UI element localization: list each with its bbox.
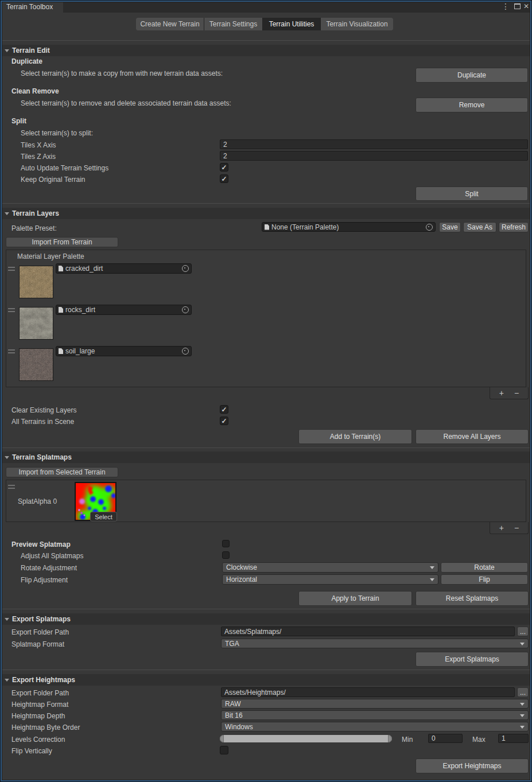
flip-dropdown[interactable]: Horizontal	[222, 574, 438, 585]
refresh-button[interactable]: Refresh	[499, 222, 529, 232]
drag-handle-icon[interactable]	[8, 267, 15, 271]
asset-icon	[59, 307, 63, 313]
tab-create-new-terrain[interactable]: Create New Terrain	[136, 18, 204, 30]
flip-vertically-checkbox[interactable]	[220, 746, 228, 754]
rotate-value: Clockwise	[226, 563, 257, 571]
add-layer-button[interactable]: +	[499, 388, 504, 398]
object-picker-icon[interactable]	[182, 348, 189, 355]
heightmap-format-label: Heightmap Format	[11, 701, 68, 709]
rotate-dropdown[interactable]: Clockwise	[222, 562, 438, 573]
object-picker-icon[interactable]	[182, 265, 189, 272]
object-picker-icon[interactable]	[426, 224, 433, 231]
levels-correction-slider[interactable]	[220, 735, 392, 742]
duplicate-button[interactable]: Duplicate	[415, 68, 528, 83]
max-field[interactable]: 1	[498, 734, 529, 743]
preview-splatmap-checkbox[interactable]	[222, 540, 230, 547]
drag-handle-icon[interactable]	[8, 308, 15, 312]
asset-icon	[59, 348, 63, 354]
export-folder-path-label: Export Folder Path	[11, 628, 69, 636]
maximize-icon[interactable]	[514, 3, 521, 9]
section-terrain-splatmaps-header[interactable]: Terrain Splatmaps	[1, 452, 531, 463]
layer-object-field[interactable]: soil_large	[56, 346, 192, 356]
foldout-icon[interactable]	[5, 456, 9, 459]
clear-existing-checkbox[interactable]: ✓	[220, 405, 228, 414]
keep-original-checkbox[interactable]: ✓	[220, 174, 228, 183]
auto-update-checkbox[interactable]: ✓	[220, 163, 228, 172]
menu-kebab-icon[interactable]: ⋮	[502, 2, 510, 10]
adjust-all-checkbox[interactable]	[222, 551, 230, 559]
flip-adjustment-label: Flip Adjustment	[21, 576, 68, 584]
select-splatmap-button[interactable]: Select	[90, 512, 117, 522]
duplicate-desc: Select terrain(s) to make a copy from wi…	[21, 69, 223, 77]
drag-handle-icon[interactable]	[8, 349, 15, 353]
palette-preset-object-field[interactable]: None (Terrain Palette)	[262, 222, 436, 232]
palette-preset-label: Palette Preset:	[11, 224, 57, 232]
split-button[interactable]: Split	[415, 186, 528, 201]
tiles-x-field[interactable]: 2	[220, 139, 528, 149]
layer-texture-thumbnail[interactable]	[19, 348, 53, 381]
heightmap-folder-field[interactable]: Assets/Heightmaps/	[221, 687, 515, 697]
layer-texture-thumbnail[interactable]	[19, 307, 53, 340]
section-terrain-layers-header[interactable]: Terrain Layers	[1, 208, 531, 219]
heightmap-format-dropdown[interactable]: RAW	[221, 699, 529, 709]
tiles-x-value: 2	[223, 141, 227, 149]
section-title: Terrain Layers	[12, 209, 59, 217]
foldout-icon[interactable]	[5, 679, 9, 682]
all-terrains-checkbox[interactable]: ✓	[220, 417, 228, 425]
export-folder-path-field[interactable]: Assets/Splatmaps/	[221, 627, 515, 636]
add-to-terrain-button[interactable]: Add to Terrain(s)	[298, 429, 412, 444]
import-from-terrain-button[interactable]: Import From Terrain	[6, 237, 118, 247]
reset-splatmaps-button[interactable]: Reset Splatmaps	[415, 591, 529, 606]
layer-texture-thumbnail[interactable]	[19, 266, 53, 298]
tab-terrain-visualization[interactable]: Terrain Visualization	[321, 18, 393, 30]
splatmap-format-dropdown[interactable]: TGA	[221, 639, 529, 648]
keep-original-label: Keep Original Terrain	[21, 176, 86, 184]
remove-splatmap-button[interactable]: −	[514, 523, 519, 532]
remove-button[interactable]: Remove	[415, 98, 528, 112]
check-icon: ✓	[221, 176, 227, 182]
section-export-splatmaps-header[interactable]: Export Splatmaps	[1, 613, 531, 625]
layer-object-field[interactable]: cracked_dirt	[56, 263, 192, 274]
save-as-button[interactable]: Save As	[463, 222, 496, 232]
min-label: Min	[402, 736, 413, 744]
tab-terrain-settings[interactable]: Terrain Settings	[204, 18, 262, 30]
close-icon[interactable]: ✕	[523, 3, 529, 10]
tab-terrain-utilities[interactable]: Terrain Utilities	[263, 18, 320, 30]
browse-folder-button[interactable]: ...	[517, 627, 529, 636]
section-terrain-edit-header[interactable]: Terrain Edit	[1, 45, 531, 56]
splat-alpha-label: SplatAlpha 0	[18, 497, 57, 505]
check-icon: ✓	[221, 406, 227, 413]
apply-to-terrain-button[interactable]: Apply to Terrain	[298, 591, 412, 606]
rotate-button[interactable]: Rotate	[441, 562, 528, 573]
split-desc: Select terrain(s) to split:	[21, 129, 93, 137]
flip-vertically-label: Flip Vertically	[11, 747, 52, 755]
layer-name: rocks_dirt	[65, 306, 95, 314]
export-splatmaps-button[interactable]: Export Splatmaps	[415, 652, 529, 667]
rotate-adjustment-label: Rotate Adjustment	[21, 564, 77, 572]
browse-folder-button[interactable]: ...	[517, 687, 529, 697]
import-from-selected-terrain-button[interactable]: Import from Selected Terrain	[6, 467, 118, 477]
foldout-icon[interactable]	[5, 49, 9, 52]
layer-name: cracked_dirt	[65, 264, 103, 273]
heightmap-depth-label: Heightmap Depth	[11, 712, 65, 720]
tiles-z-field[interactable]: 2	[220, 151, 528, 161]
object-picker-icon[interactable]	[182, 306, 189, 313]
foldout-icon[interactable]	[5, 212, 9, 215]
section-title: Export Heightmaps	[12, 676, 75, 684]
max-label: Max	[472, 736, 486, 744]
foldout-icon[interactable]	[5, 618, 9, 621]
window-tab[interactable]: Terrain Toolbox	[1, 1, 63, 13]
save-button[interactable]: Save	[439, 222, 461, 232]
min-field[interactable]: 0	[428, 734, 463, 743]
section-export-heightmaps-header[interactable]: Export Heightmaps	[1, 674, 531, 686]
flip-button[interactable]: Flip	[441, 574, 528, 585]
layer-object-field[interactable]: rocks_dirt	[56, 305, 192, 315]
heightmap-byte-order-dropdown[interactable]: Windows	[221, 722, 529, 732]
add-splatmap-button[interactable]: +	[499, 523, 504, 532]
heightmap-depth-dropdown[interactable]: Bit 16	[221, 710, 529, 720]
remove-layer-button[interactable]: −	[514, 388, 519, 398]
remove-all-layers-button[interactable]: Remove All Layers	[415, 429, 529, 444]
max-value: 1	[502, 734, 506, 742]
export-heightmaps-button[interactable]: Export Heightmaps	[415, 758, 529, 773]
drag-handle-icon[interactable]	[8, 485, 15, 489]
